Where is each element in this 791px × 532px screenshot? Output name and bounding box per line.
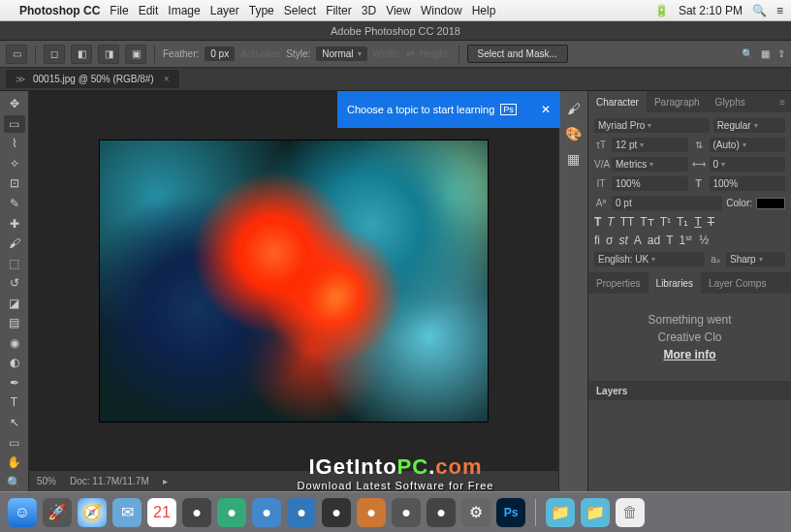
- close-banner-icon[interactable]: ✕: [541, 103, 551, 116]
- tab-layer-comps[interactable]: Layer Comps: [701, 272, 774, 294]
- tool-preset-icon[interactable]: ▭: [6, 45, 27, 64]
- app-icon-6[interactable]: ●: [357, 498, 386, 527]
- launchpad-icon[interactable]: 🚀: [43, 498, 72, 527]
- status-chevron-icon[interactable]: ▸: [163, 476, 168, 486]
- ordinals-button[interactable]: T: [666, 234, 673, 247]
- titling-button[interactable]: ad: [648, 234, 660, 247]
- menu-image[interactable]: Image: [168, 4, 200, 17]
- fractions2-button[interactable]: ½: [699, 234, 709, 247]
- calendar-icon[interactable]: 21: [147, 498, 176, 527]
- subtract-selection-icon[interactable]: ◨: [98, 45, 119, 64]
- tracking-field[interactable]: 0▾: [710, 157, 786, 172]
- tab-properties[interactable]: Properties: [588, 272, 649, 294]
- zoom-tool-icon[interactable]: 🔍: [4, 473, 25, 491]
- grid-panel-icon[interactable]: ▦: [567, 151, 580, 167]
- layers-panel-header[interactable]: Layers: [588, 381, 791, 400]
- hscale-field[interactable]: 100%: [710, 176, 786, 191]
- fractions-button[interactable]: 1ˢᵗ: [679, 234, 693, 247]
- spotlight-icon[interactable]: 🔍: [752, 4, 767, 17]
- anti-alias-dropdown[interactable]: Sharp▾: [726, 252, 785, 266]
- lasso-tool-icon[interactable]: ⌇: [4, 135, 25, 153]
- doc-size[interactable]: Doc: 11.7M/11.7M: [70, 476, 149, 486]
- search-icon[interactable]: 🔍: [742, 48, 753, 59]
- panel-menu-icon[interactable]: ≡: [774, 97, 791, 108]
- menu-window[interactable]: Window: [421, 4, 462, 17]
- gradient-tool-icon[interactable]: ▤: [4, 314, 25, 332]
- strikethrough-button[interactable]: T: [708, 215, 714, 229]
- menu-help[interactable]: Help: [472, 4, 496, 17]
- feather-field[interactable]: 0 px: [205, 47, 235, 61]
- blur-tool-icon[interactable]: ◉: [4, 334, 25, 353]
- baseline-field[interactable]: 0 pt: [612, 196, 722, 210]
- leading-field[interactable]: (Auto)▾: [710, 138, 786, 152]
- canvas[interactable]: [29, 91, 558, 470]
- app-icon-3[interactable]: ●: [252, 498, 281, 527]
- contextual-button[interactable]: σ: [606, 234, 613, 247]
- ligatures-button[interactable]: fi: [594, 234, 600, 247]
- stamp-tool-icon[interactable]: ⬚: [4, 254, 25, 272]
- healing-tool-icon[interactable]: ✚: [4, 214, 25, 233]
- move-tool-icon[interactable]: ✥: [4, 95, 25, 113]
- new-selection-icon[interactable]: ◻: [44, 45, 65, 64]
- brush-panel-icon[interactable]: 🖌: [567, 101, 581, 116]
- battery-icon[interactable]: 🔋: [654, 4, 669, 17]
- eraser-tool-icon[interactable]: ◪: [4, 294, 25, 312]
- app-icon-1[interactable]: ●: [182, 498, 211, 527]
- safari-icon[interactable]: 🧭: [78, 498, 107, 527]
- kerning-field[interactable]: Metrics▾: [612, 157, 688, 172]
- pen-tool-icon[interactable]: ✒: [4, 374, 25, 392]
- menu-layer[interactable]: Layer: [210, 4, 239, 17]
- menu-3d[interactable]: 3D: [362, 4, 376, 17]
- folder-icon-2[interactable]: 📁: [581, 498, 610, 527]
- close-tab-icon[interactable]: ×: [164, 74, 170, 84]
- type-tool-icon[interactable]: T: [4, 393, 25, 412]
- workspace-icon[interactable]: ▦: [761, 48, 770, 59]
- menu-edit[interactable]: Edit: [139, 4, 159, 17]
- stylistic-button[interactable]: A: [634, 234, 642, 247]
- bold-button[interactable]: T: [594, 215, 601, 229]
- font-weight-dropdown[interactable]: Regular▾: [713, 118, 785, 133]
- tab-glyphs[interactable]: Glyphs: [708, 91, 753, 112]
- tab-character[interactable]: Character: [588, 91, 647, 112]
- libraries-more-info-link[interactable]: More info: [664, 348, 716, 361]
- hand-tool-icon[interactable]: ✋: [4, 454, 25, 472]
- finder-icon[interactable]: ☺: [8, 498, 37, 527]
- app-name[interactable]: Photoshop CC: [19, 4, 100, 17]
- intersect-selection-icon[interactable]: ▣: [125, 45, 146, 64]
- smallcaps-button[interactable]: Tᴛ: [640, 215, 653, 229]
- underline-button[interactable]: T: [694, 215, 701, 229]
- marquee-tool-icon[interactable]: ▭: [4, 115, 25, 134]
- allcaps-button[interactable]: TT: [620, 215, 635, 229]
- dodge-tool-icon[interactable]: ◐: [4, 354, 25, 372]
- add-selection-icon[interactable]: ◧: [71, 45, 92, 64]
- menu-file[interactable]: File: [110, 4, 128, 17]
- settings-icon[interactable]: ⚙: [461, 498, 490, 527]
- tab-paragraph[interactable]: Paragraph: [647, 91, 708, 112]
- crop-tool-icon[interactable]: ⊡: [4, 174, 25, 193]
- text-color-swatch[interactable]: [756, 198, 785, 209]
- share-icon[interactable]: ⇪: [777, 48, 785, 59]
- menu-type[interactable]: Type: [249, 4, 274, 17]
- app-icon-4[interactable]: ●: [287, 498, 316, 527]
- style-dropdown[interactable]: Normal▾: [316, 47, 366, 61]
- menu-view[interactable]: View: [386, 4, 411, 17]
- app-icon-7[interactable]: ●: [392, 498, 421, 527]
- language-dropdown[interactable]: English: UK▾: [594, 252, 705, 266]
- app-icon-2[interactable]: ●: [217, 498, 246, 527]
- menu-select[interactable]: Select: [284, 4, 316, 17]
- photoshop-dock-icon[interactable]: Ps: [496, 498, 525, 527]
- app-icon-5[interactable]: ●: [322, 498, 351, 527]
- font-size-field[interactable]: 12 pt▾: [612, 138, 688, 152]
- superscript-button[interactable]: T¹: [660, 215, 671, 229]
- select-and-mask-button[interactable]: Select and Mask...: [467, 45, 568, 63]
- trash-icon[interactable]: 🗑: [616, 498, 645, 527]
- italic-button[interactable]: T: [607, 215, 614, 229]
- history-brush-tool-icon[interactable]: ↺: [4, 274, 25, 293]
- document-tab[interactable]: ≫ 00015.jpg @ 50% (RGB/8#) ×: [6, 70, 179, 88]
- swatches-panel-icon[interactable]: 🎨: [565, 126, 582, 141]
- app-icon-8[interactable]: ●: [427, 498, 456, 527]
- brush-tool-icon[interactable]: 🖌: [4, 235, 25, 253]
- menu-icon[interactable]: ≡: [776, 4, 783, 17]
- mail-icon[interactable]: ✉: [112, 498, 142, 527]
- swash-button[interactable]: st: [618, 234, 627, 247]
